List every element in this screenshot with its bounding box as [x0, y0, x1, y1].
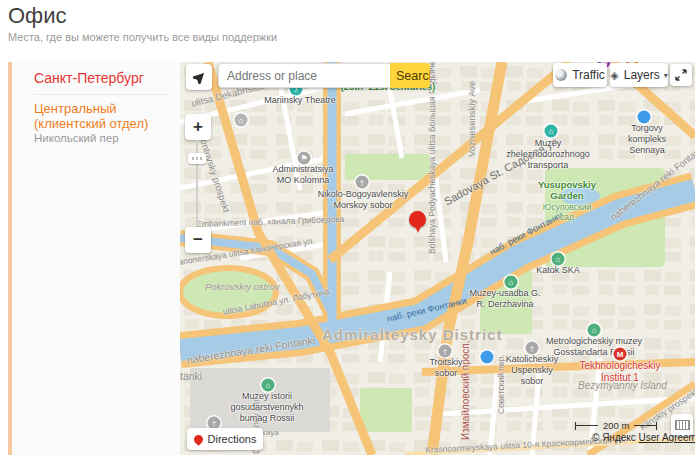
poi-label[interactable]: Muzey istorii gosudarstvennykh bumag Ros…: [230, 391, 303, 423]
ruler-icon: [675, 420, 690, 430]
page-title: Офис: [8, 3, 67, 29]
copyright-text: © Яндекс: [592, 432, 636, 443]
metro-icon[interactable]: M: [614, 348, 627, 361]
expand-icon: [675, 69, 687, 81]
traffic-label: Traffic: [572, 68, 605, 82]
map-copyright: © Яндекс User Agreement: [592, 432, 695, 443]
garden-label-ru: Юсуповский сад: [543, 202, 591, 222]
pin-icon: [192, 433, 205, 446]
shopping-icon[interactable]: [481, 351, 494, 364]
divider: [34, 94, 168, 95]
map-scale: 200 m: [575, 420, 657, 431]
sidebar-office-address: Никольский пер: [34, 132, 119, 144]
scale-value: 200 m: [603, 420, 629, 431]
museum-icon[interactable]: ⌂: [545, 125, 558, 138]
map-canvas[interactable]: ulitsa Dekabristov Lermontovsky prospekt…: [180, 62, 695, 455]
zoom-in-button[interactable]: +: [185, 114, 211, 140]
chevron-down-icon: ▾: [664, 71, 668, 80]
island-label: Pokrovskiy ostrov: [205, 281, 279, 292]
layers-button[interactable]: ◈ Layers ▾: [610, 63, 668, 87]
government-icon[interactable]: ⚑: [298, 152, 311, 165]
district-label: Admiralteysky District: [322, 326, 502, 343]
layers-icon: ◈: [610, 69, 618, 82]
poi-label[interactable]: Katok SKA: [536, 265, 580, 276]
location-arrow-icon: [193, 71, 206, 84]
traffic-button[interactable]: Traffic: [553, 63, 607, 87]
search-button[interactable]: Search: [390, 63, 430, 88]
poi-label[interactable]: Troitskiy sobor: [429, 357, 462, 379]
traffic-light-icon: [555, 69, 567, 81]
sidebar-office-link[interactable]: Центральный (клиентский отдел): [34, 102, 160, 132]
poi-label[interactable]: Katolicheskiy Uspenskiy sobor: [506, 354, 559, 386]
poi-icon[interactable]: ⌂: [235, 114, 248, 127]
museum-icon[interactable]: ⌂: [262, 379, 275, 392]
museum-icon[interactable]: ⌂: [588, 324, 601, 337]
fullscreen-button[interactable]: [670, 64, 692, 86]
poi-label[interactable]: Muzey-usadba G. R. Derzhavina: [469, 288, 540, 310]
shopping-icon[interactable]: [638, 111, 651, 124]
directions-label: Directions: [208, 433, 257, 445]
office-sidebar: Санкт-Петербург Центральный (клиентский …: [8, 62, 180, 455]
sidebar-city-link[interactable]: Санкт-Петербург: [34, 70, 144, 86]
page-subtitle: Места, где вы можете получить все виды п…: [8, 31, 277, 43]
directions-button[interactable]: Directions: [187, 428, 263, 450]
layers-label: Layers: [624, 68, 660, 82]
street-label: Советский пер.: [496, 354, 506, 414]
search-input[interactable]: [218, 63, 390, 88]
church-icon[interactable]: †: [526, 342, 539, 355]
metro-station-label[interactable]: Tekhnologicheskiy Institut 1: [579, 360, 660, 384]
user-agreement-link[interactable]: User Agreement: [639, 432, 695, 443]
poi-label[interactable]: Administratsiya MO Kolomna: [272, 164, 333, 186]
office-location-marker[interactable]: [409, 211, 426, 228]
poi-label[interactable]: Metrologicheskiy muzey Gosstandarta Ross…: [546, 336, 642, 358]
poi-label[interactable]: Muzey zheleznodorozhnogo transporta: [506, 138, 590, 170]
museum-icon[interactable]: ⌂: [505, 276, 518, 289]
street-label: Измайловский просп.: [460, 340, 471, 440]
zoom-out-button[interactable]: −: [185, 227, 211, 253]
street-label: Voznesenskiy Ave: [466, 81, 477, 157]
geolocation-button[interactable]: [186, 64, 212, 90]
street-label: tanki: [180, 370, 202, 382]
poi-label[interactable]: Mariinsky Theatre: [264, 95, 335, 106]
church-icon[interactable]: †: [356, 176, 369, 189]
map-search-bar: Search: [218, 63, 430, 88]
garden-label: Yusupovskiy Garden: [538, 179, 596, 202]
skating-rink-icon[interactable]: ⌂: [552, 253, 565, 266]
poi-label[interactable]: Nikolo-Bogoyavlenskiy Morskoy sobor: [318, 189, 409, 211]
poi-label[interactable]: Torgovy kompleks Sennaya: [623, 123, 671, 155]
zoom-slider-handle[interactable]: [188, 153, 206, 164]
church-icon[interactable]: †: [439, 345, 452, 358]
